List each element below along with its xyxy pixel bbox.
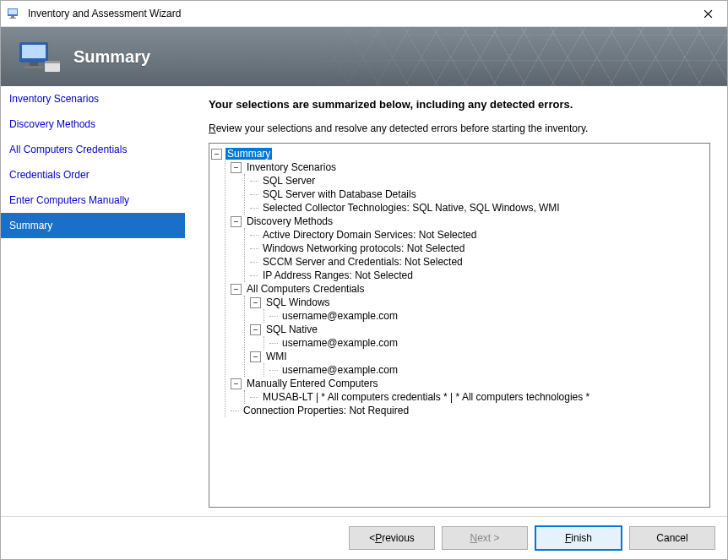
- expand-icon[interactable]: [231, 378, 242, 389]
- page-instruction: Review your selections and resolve any d…: [209, 122, 710, 134]
- tree-node-label[interactable]: WMI: [264, 351, 289, 362]
- tree-root[interactable]: Summary Inventory Scenarios SQL Server S…: [211, 147, 708, 417]
- footer: < Previous Next > Finish Cancel: [1, 516, 727, 559]
- tree-leaf[interactable]: SCCM Server and Credentials: Not Selecte…: [250, 255, 708, 269]
- tree-leaf[interactable]: Windows Networking protocols: Not Select…: [250, 242, 708, 255]
- summary-tree[interactable]: Summary Inventory Scenarios SQL Server S…: [209, 143, 710, 508]
- close-button[interactable]: [688, 1, 727, 26]
- titlebar: Inventory and Assessment Wizard: [1, 1, 727, 27]
- svg-rect-9: [45, 61, 60, 63]
- svg-rect-2: [11, 16, 14, 18]
- banner: Summary: [1, 27, 727, 86]
- sidebar-item-enter-manually[interactable]: Enter Computers Manually: [1, 188, 185, 213]
- tree-connection-properties[interactable]: Connection Properties: Not Required: [231, 404, 708, 417]
- svg-rect-5: [22, 45, 46, 58]
- previous-button[interactable]: < Previous: [349, 526, 435, 550]
- wizard-body: Inventory Scenarios Discovery Methods Al…: [1, 86, 727, 516]
- sidebar-item-credentials-order[interactable]: Credentials Order: [1, 162, 185, 188]
- svg-rect-6: [30, 63, 38, 66]
- tree-leaf[interactable]: Selected Collector Technologies: SQL Nat…: [250, 201, 708, 215]
- banner-title: Summary: [73, 47, 150, 67]
- tree-leaf[interactable]: SQL Server with Database Details: [250, 188, 708, 201]
- finish-button[interactable]: Finish: [535, 525, 622, 551]
- expand-icon[interactable]: [250, 324, 261, 335]
- page-heading: Your selections are summarized below, in…: [209, 98, 710, 111]
- instruction-hotkey: R: [209, 122, 216, 134]
- tree-all-creds[interactable]: All Computers Credentials SQL Windows us…: [231, 282, 708, 377]
- sidebar-item-summary[interactable]: Summary: [1, 213, 185, 238]
- content-pane: Your selections are summarized below, in…: [185, 86, 727, 516]
- tree-leaf[interactable]: username@example.com: [269, 336, 708, 350]
- tree-discovery-methods[interactable]: Discovery Methods Active Directory Domai…: [231, 215, 708, 282]
- tree-inventory-scenarios[interactable]: Inventory Scenarios SQL Server SQL Serve…: [231, 160, 708, 215]
- tree-node-label[interactable]: All Computers Credentials: [245, 283, 366, 295]
- wizard-window: Inventory and Assessment Wizard Summary …: [0, 0, 728, 560]
- sidebar-item-discovery-methods[interactable]: Discovery Methods: [1, 111, 185, 137]
- tree-node-label[interactable]: Discovery Methods: [245, 215, 334, 227]
- tree-node-label[interactable]: Inventory Scenarios: [245, 161, 338, 173]
- tree-root-label[interactable]: Summary: [225, 148, 272, 160]
- tree-manual-computers[interactable]: Manually Entered Computers MUSAB-LT | * …: [231, 377, 708, 404]
- tree-node-label[interactable]: SQL Windows: [264, 296, 332, 308]
- tree-leaf[interactable]: username@example.com: [269, 363, 708, 377]
- tree-node-label[interactable]: SQL Native: [264, 323, 319, 335]
- expand-icon[interactable]: [231, 284, 242, 295]
- close-icon: [704, 9, 713, 19]
- window-title: Inventory and Assessment Wizard: [28, 8, 688, 19]
- sidebar-item-all-computers-creds[interactable]: All Computers Credentials: [1, 137, 185, 162]
- tree-leaf[interactable]: SQL Server: [250, 174, 708, 188]
- tree-cred-group[interactable]: SQL Windows username@example.com: [250, 296, 708, 323]
- instruction-text: eview your selections and resolve any de…: [216, 122, 589, 134]
- svg-rect-3: [9, 18, 16, 19]
- tree-leaf[interactable]: MUSAB-LT | * All computers credentials *…: [250, 390, 708, 404]
- app-icon: [6, 5, 23, 22]
- tree-cred-group[interactable]: SQL Native username@example.com: [250, 323, 708, 350]
- svg-rect-7: [24, 66, 43, 68]
- expand-icon[interactable]: [250, 351, 261, 362]
- banner-pattern: [291, 27, 727, 86]
- tree-leaf[interactable]: IP Address Ranges: Not Selected: [250, 269, 708, 282]
- sidebar: Inventory Scenarios Discovery Methods Al…: [1, 86, 185, 516]
- expand-icon[interactable]: [231, 216, 242, 227]
- tree-cred-group[interactable]: WMI username@example.com: [250, 350, 708, 377]
- next-button: Next >: [442, 526, 528, 550]
- sidebar-item-inventory-scenarios[interactable]: Inventory Scenarios: [1, 86, 185, 111]
- svg-rect-1: [8, 9, 17, 14]
- tree-leaf[interactable]: username@example.com: [269, 309, 708, 323]
- tree-node-label[interactable]: Manually Entered Computers: [245, 378, 379, 389]
- expand-icon[interactable]: [231, 162, 242, 173]
- banner-icon: [14, 35, 65, 78]
- expand-icon[interactable]: [250, 297, 261, 308]
- cancel-button[interactable]: Cancel: [629, 526, 715, 550]
- tree-leaf[interactable]: Active Directory Domain Services: Not Se…: [250, 228, 708, 242]
- expand-icon[interactable]: [211, 149, 222, 160]
